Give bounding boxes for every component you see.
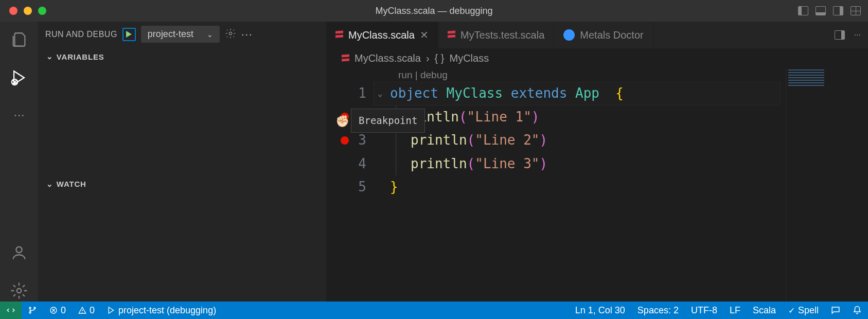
traffic-lights xyxy=(9,7,46,15)
close-icon[interactable]: ✕ xyxy=(420,29,429,41)
activity-bar: ··· xyxy=(0,22,38,302)
svg-point-3 xyxy=(229,32,232,35)
toggle-bottom-panel-icon[interactable] xyxy=(816,6,826,15)
minimize-window-icon[interactable] xyxy=(24,7,32,15)
toggle-right-panel-icon[interactable] xyxy=(833,6,843,15)
debug-config-select[interactable]: project-test ⌄ xyxy=(141,26,220,43)
run-debug-sidebar: RUN AND DEBUG project-test ⌄ ··· ⌄ VARIA… xyxy=(38,22,326,302)
configure-gear-icon[interactable] xyxy=(225,28,236,41)
remote-indicator[interactable] xyxy=(0,302,22,319)
breakpoint-tooltip: Breakpoint xyxy=(351,109,425,133)
chevron-down-icon: ⌄ xyxy=(46,52,54,61)
editor-area: MyClass.scala ✕ MyTests.test.scala Metal… xyxy=(326,22,868,302)
scala-file-icon xyxy=(448,30,455,40)
variables-body xyxy=(38,66,326,174)
settings-gear-icon[interactable] xyxy=(10,282,28,302)
chevron-right-icon: › xyxy=(426,52,430,64)
scala-file-icon xyxy=(335,30,343,40)
tab-metals-doctor[interactable]: Metals Doctor xyxy=(554,22,653,48)
cursor-icon: ✊🏻 xyxy=(335,112,349,132)
titlebar: MyClass.scala — debugging xyxy=(0,0,868,22)
notifications-icon[interactable] xyxy=(846,305,868,316)
spell-check[interactable]: ✓Spell xyxy=(782,305,825,316)
language-mode[interactable]: Scala xyxy=(747,305,782,316)
close-window-icon[interactable] xyxy=(9,7,17,15)
watch-section-header[interactable]: ⌄ WATCH xyxy=(38,174,326,194)
watch-body xyxy=(38,194,326,302)
indentation[interactable]: Spaces: 2 xyxy=(631,305,685,316)
split-editor-icon[interactable] xyxy=(835,30,845,40)
start-debugging-button[interactable] xyxy=(122,28,136,41)
debug-target[interactable]: project-test (debugging) xyxy=(101,305,222,316)
breadcrumbs[interactable]: MyClass.scala › { } MyClass xyxy=(326,48,868,68)
avatar-icon xyxy=(563,29,575,41)
eol[interactable]: LF xyxy=(723,305,747,316)
more-actions-icon[interactable]: ··· xyxy=(241,28,253,40)
svg-point-1 xyxy=(16,247,22,253)
toggle-left-panel-icon[interactable] xyxy=(798,6,808,15)
code-line-1[interactable]: 1 ⌄ object MyClass extends App { xyxy=(328,82,786,105)
chevron-down-icon: ⌄ xyxy=(207,30,213,39)
problems-warnings[interactable]: 0 xyxy=(72,305,101,316)
scala-file-icon xyxy=(342,54,349,63)
chevron-down-icon: ⌄ xyxy=(46,180,54,189)
code-editor[interactable]: Breakpoint ✊🏻 1 ⌄ object MyClass extends… xyxy=(326,82,786,199)
status-bar: 0 0 project-test (debugging) Ln 1, Col 3… xyxy=(0,302,868,319)
svg-point-2 xyxy=(17,289,22,293)
customize-layout-icon[interactable] xyxy=(851,6,861,15)
problems-errors[interactable]: 0 xyxy=(43,305,72,316)
accounts-icon[interactable] xyxy=(10,244,28,263)
run-debug-icon[interactable] xyxy=(10,69,28,88)
cursor-position[interactable]: Ln 1, Col 30 xyxy=(569,305,631,316)
window-title: MyClass.scala — debugging xyxy=(375,6,492,16)
svg-point-5 xyxy=(29,312,31,313)
sidebar-title: RUN AND DEBUG xyxy=(45,30,117,39)
svg-point-6 xyxy=(34,307,36,309)
braces-icon: { } xyxy=(435,52,445,64)
layout-controls xyxy=(798,6,861,15)
more-actions-icon[interactable]: ··· xyxy=(854,30,861,40)
source-control-branch[interactable] xyxy=(22,306,43,315)
feedback-icon[interactable] xyxy=(825,305,846,316)
tab-mytests[interactable]: MyTests.test.scala xyxy=(438,22,554,48)
editor-tabs: MyClass.scala ✕ MyTests.test.scala Metal… xyxy=(326,22,868,48)
minimap[interactable] xyxy=(786,68,868,302)
maximize-window-icon[interactable] xyxy=(38,7,46,15)
encoding[interactable]: UTF-8 xyxy=(685,305,723,316)
more-icon[interactable]: ··· xyxy=(13,107,25,123)
variables-section-header[interactable]: ⌄ VARIABLES xyxy=(38,47,326,66)
code-line-4[interactable]: 4 println("Line 3") xyxy=(328,152,786,176)
tab-myclass[interactable]: MyClass.scala ✕ xyxy=(326,22,438,48)
breakpoint-icon[interactable] xyxy=(341,136,349,145)
debug-config-label: project-test xyxy=(148,29,193,40)
code-lens[interactable]: run | debug xyxy=(326,68,786,82)
code-line-5[interactable]: 5 } xyxy=(328,175,786,199)
fold-icon[interactable]: ⌄ xyxy=(378,86,386,101)
explorer-icon[interactable] xyxy=(10,31,28,50)
svg-point-4 xyxy=(29,307,31,309)
